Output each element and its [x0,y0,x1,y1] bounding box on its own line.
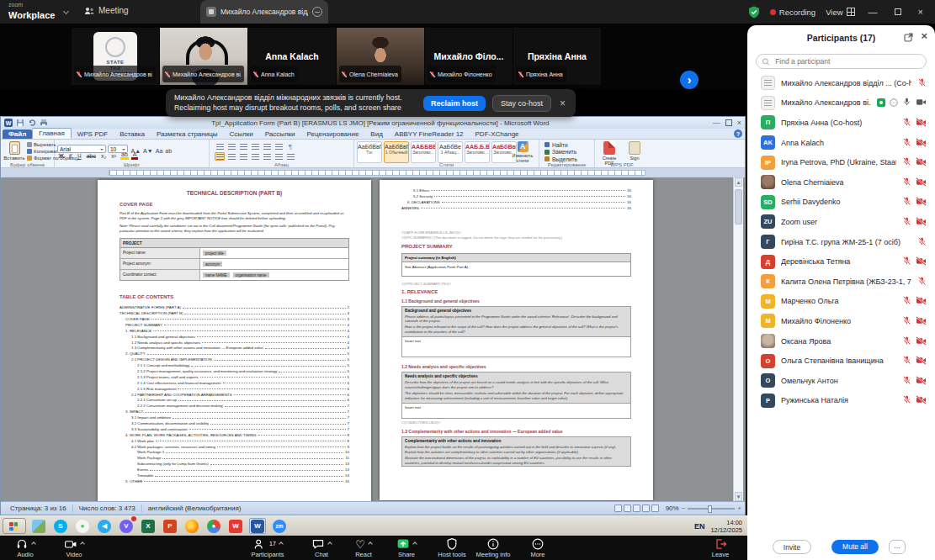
chevron-down-icon[interactable] [63,8,69,14]
clock[interactable]: 14:00 12/12/2025 [710,519,742,534]
field-value[interactable]: project title [203,251,226,256]
audio-button[interactable]: Audio [0,537,52,558]
field-value[interactable]: organisation name [233,272,269,277]
security-shield-icon[interactable] [748,6,760,18]
status-language[interactable]: английский (Великобритания) [142,505,247,512]
zoom-workplace-logo[interactable]: zoom Workplace [8,2,55,22]
participant-row[interactable]: ППряхіна Анна (Co-host) [747,113,935,133]
mute-all-button[interactable]: Mute all [831,540,879,554]
numbering-icon[interactable] [226,142,236,151]
justify-icon[interactable] [250,152,260,161]
minus-circle-icon[interactable] [312,7,322,17]
participant-row[interactable]: ООмельчук Антон [747,371,935,391]
style-gallery-item[interactable]: ААББВЕЗаголово... [411,141,436,163]
participant-row[interactable]: ГГиріна Т.С. група ЖМ-25-1 (7 осіб) [747,232,935,252]
scroll-up-icon[interactable]: ▲ [735,177,742,187]
participant-row[interactable]: Михайло Александров ві... (Host) [747,93,935,114]
outdent-icon[interactable] [250,142,260,151]
banner-close-icon[interactable]: × [558,98,567,109]
taskbar-whatsapp[interactable]: ● [74,518,91,534]
insert-text-field[interactable]: Insert text [402,403,630,418]
taskbar-zoom[interactable]: zm [271,518,288,534]
insert-text-field[interactable]: Insert text [402,336,630,357]
taskbar-powerpoint[interactable]: P [162,518,178,534]
undo-icon[interactable] [28,119,36,127]
video-tile[interactable]: Olena Cherniaieva [337,28,424,85]
view-print-layout-button[interactable] [614,505,622,512]
view-web-layout-button[interactable] [633,505,640,512]
search-input[interactable] [773,56,921,66]
ribbon-tab-page-layout[interactable]: Разметка страницы [151,129,224,139]
participant-row[interactable]: AKAnna Kalach [747,133,935,153]
maximize-button[interactable] [891,7,905,17]
bullets-icon[interactable] [215,142,225,151]
indent-icon[interactable] [262,142,272,151]
pilcrow-icon[interactable]: ¶ [285,142,295,151]
font-tool-icon[interactable]: Ж [57,153,65,159]
zoom-out-button[interactable]: − [682,505,686,512]
zoom-slider[interactable] [688,508,735,510]
ribbon-tab-wps-pdf[interactable]: WPS PDF [72,129,114,139]
participant-search[interactable] [756,54,927,69]
ribbon-tab-view[interactable]: Вид [364,129,388,139]
invite-button[interactable]: Invite [773,540,811,554]
field-value[interactable]: name NAME [203,272,230,277]
view-button[interactable]: View [826,8,854,17]
sort-icon[interactable] [274,142,284,151]
participant-row[interactable]: Olena Cherniaieva [747,172,935,193]
video-tile[interactable]: STATETAXUNIVERSITYМихайло Александров ві… [72,28,159,85]
language-indicator[interactable]: EN [694,522,705,531]
style-gallery-item[interactable]: АаБбВе1 Абзац... [438,141,463,163]
video-tile[interactable]: Михайло Філо...Михайло Філоненко [425,28,513,85]
start-button[interactable] [3,518,26,534]
save-icon[interactable] [16,119,24,127]
editing-item[interactable]: Найти [545,141,577,149]
ribbon-tab-pdf-xchange[interactable]: PDF-XChange [470,129,525,139]
participant-row[interactable]: ООльга Степанівна Іванищина [747,351,935,371]
change-styles-button[interactable]: AИзменить стили [508,141,537,163]
participant-row[interactable]: РРужинська Наталія [747,391,935,411]
question-box[interactable]: Complementarity with other actions and i… [401,436,631,467]
shading-icon[interactable] [274,152,284,161]
field-value[interactable]: acronym [203,262,222,267]
participant-row[interactable]: SDSerhii Davydenko [747,193,935,213]
taskbar-skype[interactable]: S [52,518,69,534]
help-icon[interactable]: ? [734,129,742,138]
line-spacing-icon[interactable] [262,152,272,161]
ribbon-tab-references[interactable]: Ссылки [224,129,259,139]
scrollbar-thumb[interactable] [735,189,742,225]
borders-icon[interactable] [285,152,295,161]
participant-row[interactable]: ММарченко Ольга [747,292,935,312]
recording-indicator[interactable]: Recording [770,8,815,17]
taskbar-telegram[interactable]: ◀ [96,518,113,534]
reclaim-host-button[interactable]: Reclaim host [423,96,486,111]
taskbar-photos[interactable] [30,518,47,534]
zoom-slider-thumb[interactable] [708,505,712,513]
taskbar-wps[interactable]: W [227,518,244,534]
participants-button[interactable]: 17Participants [241,537,295,558]
stay-co-host-button[interactable]: Stay co-host [492,95,551,112]
panel-close-icon[interactable]: × [921,29,927,42]
font-tool-icon[interactable]: К [67,153,73,159]
print-icon[interactable] [40,119,48,127]
ribbon-tab-abbyy[interactable]: ABBYY FineReader 12 [389,129,470,139]
page-left[interactable]: TECHNICAL DESCRIPTION (PART B) COVER PAG… [98,180,371,501]
view-full-screen-button[interactable] [624,505,631,512]
word-close-button[interactable]: × [737,119,741,127]
video-tile[interactable]: Anna KalachAnna Kalach [248,28,336,85]
font-tool-icon[interactable]: А [131,151,138,160]
ribbon-tab-insert[interactable]: Вставка [114,129,151,139]
document-area[interactable]: TECHNICAL DESCRIPTION (PART B) COVER PAG… [1,177,745,501]
multilevel-icon[interactable] [238,142,248,151]
taskbar-firefox[interactable] [183,518,200,534]
font-tool-icon[interactable]: Аа [154,148,164,154]
more-button[interactable]: More [511,537,565,558]
ribbon-tab-review[interactable]: Рецензирование [301,129,365,139]
chevron-up-icon[interactable] [412,542,417,547]
view-draft-button[interactable] [651,505,659,512]
chevron-up-icon[interactable] [31,542,36,547]
next-page-videos-button[interactable]: › [680,71,699,89]
summary-table[interactable]: Project summary (in English) See Abstrac… [401,253,631,277]
chevron-up-icon[interactable] [327,542,332,547]
word-maximize-button[interactable] [725,119,732,126]
